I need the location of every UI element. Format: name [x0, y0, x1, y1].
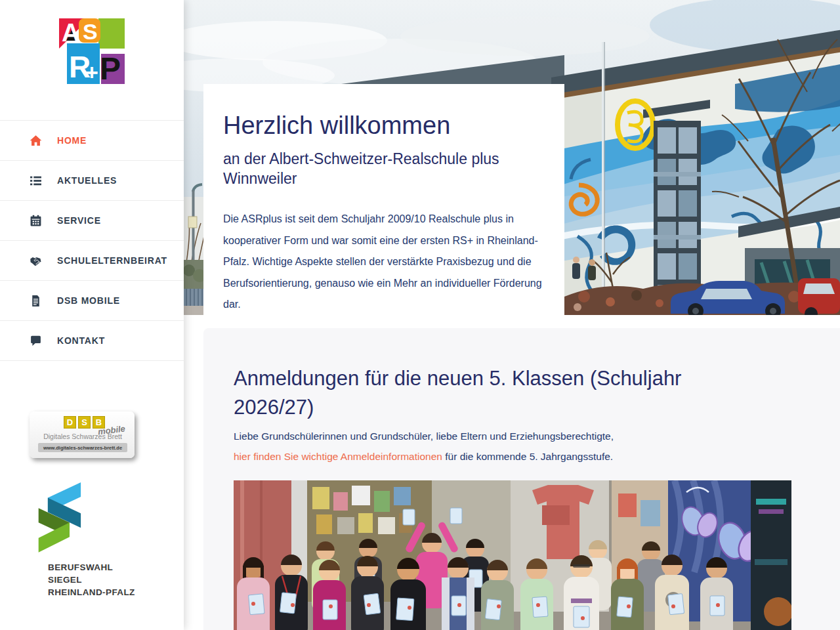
- chat-icon: [30, 335, 42, 347]
- nav-label: HOME: [57, 135, 87, 146]
- announcement-line2-rest: für die kommende 5. Jahrgangsstufe.: [442, 451, 613, 462]
- siegel-line: SIEGEL: [48, 574, 163, 586]
- announcement-section: Anmeldungen für die neuen 5. Klassen (Sc…: [203, 328, 840, 630]
- dsb-url: www.digitales-schwarzes-brett.de: [38, 443, 127, 452]
- welcome-card: Herzlich willkommen an der Albert-Schwei…: [203, 84, 564, 315]
- hero: Herzlich willkommen an der Albert-Schwei…: [184, 0, 840, 315]
- nav-item-home[interactable]: HOME: [0, 120, 184, 160]
- logo-letter-p: P: [100, 51, 121, 85]
- nav-item-kontakt[interactable]: KONTAKT: [0, 320, 184, 361]
- siegel-line: BERUFSWAHL: [48, 561, 163, 574]
- siegel-text: BERUFSWAHL SIEGEL RHEINLAND-PFALZ: [48, 561, 163, 598]
- nav-label: DSB MOBILE: [57, 295, 120, 306]
- nav-label: SERVICE: [57, 215, 101, 226]
- page-title: Herzlich willkommen: [223, 112, 545, 140]
- nav-label: AKTUELLES: [57, 175, 117, 186]
- nav-item-schulelternbeirat[interactable]: SCHULELTERNBEIRAT: [0, 240, 184, 280]
- dsb-mobile-badge[interactable]: D S B mobile Digitales Schwarzes Brett w…: [30, 411, 135, 458]
- nav-label: KONTAKT: [57, 335, 105, 346]
- list-icon: [30, 175, 42, 187]
- asrp-logo-icon: A S R + P: [58, 17, 126, 85]
- nav-label: SCHULELTERNBEIRAT: [57, 255, 167, 266]
- school-logo[interactable]: A S R + P: [58, 17, 126, 85]
- anmeldeinformationen-link[interactable]: hier finden Sie wichtige Anmeldeinformat…: [234, 451, 442, 462]
- page: A S R + P HOME AKTUELLES: [0, 0, 840, 630]
- dsb-letter: S: [78, 416, 91, 429]
- page-subtitle: an der Albert-Schweitzer-Realschule plus…: [223, 149, 525, 188]
- logo-letter-s: S: [83, 19, 98, 44]
- students-photo: [234, 480, 791, 630]
- intro-paragraph: Die ASRplus ist seit dem Schuljahr 2009/…: [223, 209, 546, 316]
- announcement-intro: Liebe Grundschülerinnen und Grundschüler…: [234, 430, 840, 442]
- siegel-ribbon-icon: [32, 482, 97, 555]
- main-nav: HOME AKTUELLES SERVICE SCHULELTERNBEIRAT: [0, 120, 184, 361]
- nav-item-service[interactable]: SERVICE: [0, 200, 184, 240]
- dsb-title: Digitales Schwarzes Brett: [36, 432, 129, 440]
- siegel-line: RHEINLAND-PFALZ: [48, 586, 163, 598]
- document-icon: [30, 295, 42, 307]
- nav-item-aktuelles[interactable]: AKTUELLES: [0, 160, 184, 200]
- dsb-letter: D: [64, 416, 76, 429]
- announcement-line2: hier finden Sie wichtige Anmeldeinformat…: [234, 451, 840, 463]
- main-content: Herzlich willkommen an der Albert-Schwei…: [184, 0, 840, 630]
- logo-letter-a: A: [62, 19, 79, 47]
- students-photo-image: [234, 480, 791, 630]
- berufswahl-siegel-logo: BERUFSWAHL SIEGEL RHEINLAND-PFALZ: [32, 482, 163, 598]
- handshake-icon: [30, 255, 42, 267]
- announcement-heading: Anmeldungen für die neuen 5. Klassen (Sc…: [234, 364, 746, 422]
- home-icon: [30, 135, 42, 147]
- nav-item-dsb-mobile[interactable]: DSB MOBILE: [0, 280, 184, 320]
- sidebar: A S R + P HOME AKTUELLES: [0, 0, 184, 630]
- logo-letter-plus: +: [85, 60, 98, 85]
- calendar-icon: [30, 215, 42, 227]
